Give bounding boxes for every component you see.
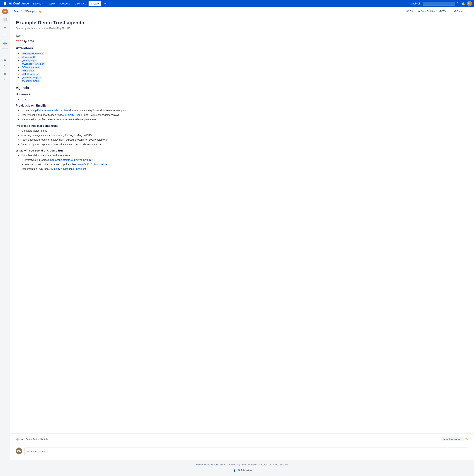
comment-section: ML Write a comment… (10, 445, 474, 460)
share-button[interactable]: Share (451, 9, 464, 14)
list-item: Updated Simplify incremental release pla… (21, 109, 164, 112)
attendee-item: @Matt Ryall (21, 69, 164, 72)
breadcrumb-ellipsis[interactable]: ... (22, 10, 24, 13)
attendee-mention[interactable]: @Sam Tardif (21, 55, 36, 59)
tag-label: demo-trust-example (441, 437, 464, 441)
calendar-icon: 📅 (16, 40, 19, 43)
confluence-logo[interactable]: Confluence (9, 2, 29, 5)
attendee-item: @Sam Tardif (21, 55, 164, 58)
attendee-item: @Henry Tapia (21, 59, 164, 62)
sidebar-collapse-2[interactable]: » (4, 64, 6, 68)
nav-utility-icons: ? 🔔 ML (456, 1, 472, 6)
sub-list: Prototype in progress: https://app.atomi… (21, 158, 164, 166)
sidebar-user-avatar[interactable]: ML (2, 9, 8, 14)
notification-icon[interactable]: 🔔 (460, 1, 466, 6)
toolbar-actions: Edit Save for later Watch Share ··· (405, 9, 470, 14)
commenter-avatar[interactable]: ML (16, 447, 22, 454)
attendee-mention[interactable]: @Alastair Simpson (21, 76, 42, 79)
sidebar-icon-settings[interactable]: ⚙ (1, 56, 9, 63)
attendee-mention[interactable]: @Matt Ryall (21, 69, 35, 72)
progress-heading: Progress since last demo trust (16, 124, 164, 128)
share-icon (453, 10, 456, 12)
attendee-mention[interactable]: @Wendell Keuneman (21, 62, 45, 65)
watch-button[interactable]: Watch (438, 9, 451, 14)
nav-experiment-link[interactable]: Simplify Navigation Experiment (51, 168, 86, 170)
edit-icon (406, 10, 409, 12)
feedback-link[interactable]: Feedback (408, 1, 422, 6)
breadcrumb-sep-2: / (25, 10, 26, 13)
date-row: 📅 20 Apr 2016 (16, 40, 164, 43)
list-item: "Complete vision" demo and script for mo… (21, 154, 164, 166)
atlassian-logo: ⚙ Atlassian (14, 468, 470, 472)
list-item: Interim designs for first release from i… (21, 118, 164, 121)
report-bug-link[interactable]: Report a bug (259, 463, 271, 466)
comment-placeholder: Write a comment… (27, 450, 48, 453)
nav-questions[interactable]: Questions (57, 1, 72, 6)
footer-sep-1: · (258, 463, 258, 466)
breadcrumb-pages[interactable]: Pages (14, 10, 20, 13)
create-button[interactable]: Create (88, 1, 101, 6)
help-icon[interactable]: ? (456, 1, 460, 6)
simplify-scope-link[interactable]: Simplify Scope (65, 114, 82, 116)
previously-heading: Previously on Simplify (16, 104, 164, 107)
top-navigation: ☰ Confluence Spaces People Questions Cal… (0, 0, 474, 7)
sidebar-icon-admin[interactable]: ⚙ (1, 70, 9, 78)
attendee-mention[interactable]: @Mat Lawrence (21, 72, 39, 76)
what-list: "Complete vision" demo and script for mo… (16, 154, 164, 171)
nav-spaces[interactable]: Spaces (31, 1, 44, 6)
left-sidebar: ML ⬜ ≡ 📄 🌐 » ⚙ » ⚙ » (0, 7, 10, 476)
comment-input[interactable]: Write a comment… (24, 447, 468, 455)
list-item: None (21, 97, 164, 101)
simplify-release-link[interactable]: Simplify incremental release plan (31, 109, 68, 112)
attendee-mention[interactable]: @Henry Tapia (21, 59, 37, 62)
attendee-mention[interactable]: @Caroline Cham (21, 79, 40, 82)
list-item: Prototype in progress: https://app.atomi… (25, 158, 164, 162)
like-button[interactable]: 👍 Like (16, 438, 24, 441)
star-icon (418, 10, 420, 12)
sidebar-icon-home[interactable]: ⬜ (1, 16, 9, 23)
page-meta: Created by Mat Lawrence, last modified o… (16, 27, 164, 30)
attendee-mention[interactable]: @Matthew Lawrence (21, 52, 44, 55)
sidebar-icon-drafts[interactable]: 📄 (1, 32, 9, 39)
svg-point-2 (440, 11, 441, 12)
like-description: Be the first to like this (26, 438, 48, 441)
list-item: React dashboard ready for deployment (ex… (21, 138, 164, 142)
search-input[interactable] (423, 2, 455, 6)
homework-list: None (16, 97, 164, 101)
list-item: Simplify scope and prioritisation review… (21, 113, 164, 117)
page-footer: Powered by Atlassian Confluence 6.5.0-m0… (10, 460, 474, 476)
main-content-wrapper: Pages / ... / Examples 🔒 Edit Save for l… (10, 7, 474, 476)
toolbar-more-button[interactable]: ··· (465, 9, 470, 14)
lock-icon[interactable]: 🔒 (39, 10, 42, 13)
sidebar-divider-3 (2, 69, 8, 69)
edit-button[interactable]: Edit (405, 9, 415, 14)
svg-point-1 (439, 11, 441, 12)
powered-by-text: Powered by Atlassian Confluence 6.5.0-m0… (196, 463, 257, 466)
save-for-later-button[interactable]: Save for later (416, 9, 437, 14)
list-item: "Complete vision" demo (21, 129, 164, 133)
attendee-item: @Wendell Keuneman (21, 62, 164, 65)
eye-icon (439, 10, 442, 12)
hamburger-menu[interactable]: ☰ (2, 1, 8, 6)
like-section: 👍 Like Be the first to like this (16, 438, 48, 441)
list-item: Working towards this narrative/script fo… (25, 163, 164, 166)
attendee-item: @Sherif Mansour (21, 66, 164, 68)
agenda-heading: Agenda (16, 86, 164, 90)
sidebar-collapse-3[interactable]: » (4, 78, 6, 82)
thumbs-up-icon: 👍 (16, 438, 19, 441)
breadcrumb-current[interactable]: Examples (26, 10, 36, 13)
sidebar-icon-tree[interactable]: 🌐 (1, 40, 9, 47)
tag-section: demo-trust-example ✏️ (441, 437, 468, 441)
sidebar-collapse-1[interactable]: » (4, 50, 6, 53)
attendee-mention[interactable]: @Sherif Mansour (21, 66, 40, 69)
user-avatar[interactable]: ML (467, 1, 472, 6)
tag-edit-button[interactable]: ✏️ (465, 438, 468, 441)
vision-outline-link[interactable]: Simplify 2016 vision outline (77, 163, 107, 166)
nav-more-button[interactable]: ··· (102, 1, 107, 6)
atlassian-news-link[interactable]: Atlassian News (273, 463, 288, 466)
nav-calendars[interactable]: Calendars (73, 1, 88, 6)
prototype-link[interactable]: https://app.atomic.io/d/rwYm8pwx9SEf (50, 158, 93, 161)
sidebar-icon-feed[interactable]: ≡ (1, 24, 9, 31)
nav-people[interactable]: People (45, 1, 57, 6)
breadcrumb: Pages / ... / Examples 🔒 (14, 10, 405, 13)
